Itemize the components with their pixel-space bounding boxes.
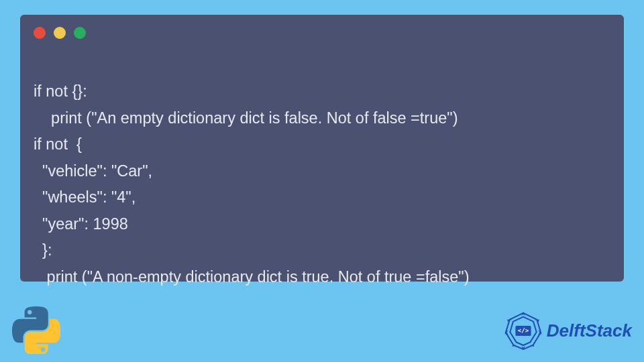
code-line: }: — [34, 241, 52, 259]
code-line: if not { — [34, 135, 82, 153]
code-window: if not {}: print ("An empty dictionary d… — [20, 15, 624, 282]
code-line: "year": 1998 — [34, 215, 128, 233]
brand-text: DelftStack — [547, 320, 632, 341]
maximize-icon — [74, 27, 86, 39]
code-line: "vehicle": "Car", — [34, 162, 152, 180]
code-line: "wheels": "4", — [34, 188, 136, 206]
traffic-lights — [34, 27, 610, 39]
delftstack-branding: </> DelftStack — [504, 311, 632, 350]
minimize-icon — [54, 27, 66, 39]
close-icon — [34, 27, 46, 39]
python-logo-icon — [12, 306, 60, 354]
code-line: print ("An empty dictionary dict is fals… — [34, 109, 458, 127]
delftstack-logo-icon: </> — [504, 311, 543, 350]
code-line: print ("A non-empty dictionary dict is t… — [34, 268, 470, 286]
code-line: if not {}: — [34, 82, 87, 100]
svg-text:</>: </> — [517, 326, 529, 334]
code-block: if not {}: print ("An empty dictionary d… — [34, 52, 610, 290]
